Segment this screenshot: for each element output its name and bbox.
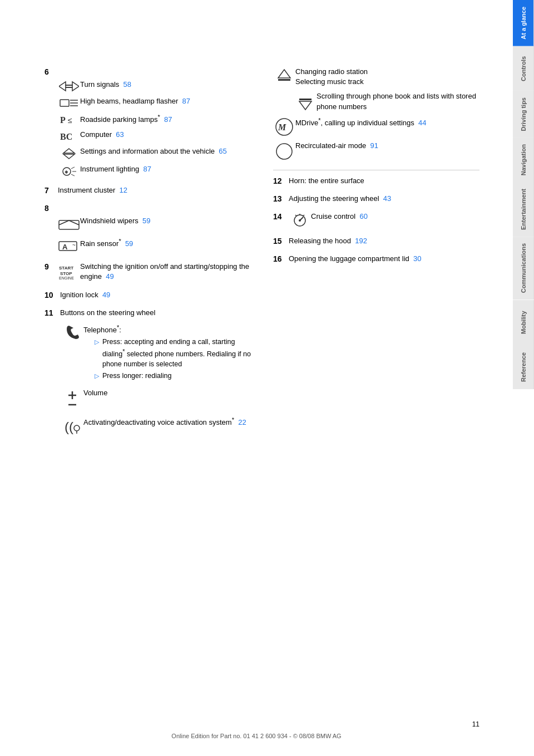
settings-icon: [58, 146, 80, 160]
item-9-text: Switching the ignition on/off and starti…: [80, 262, 251, 282]
item-7-section: 7 Instrument cluster 12: [44, 185, 251, 195]
instrument-lighting-icon: ✱: [58, 164, 80, 178]
item-14-row: 14 Cruise contr: [273, 212, 479, 228]
svg-text:ENGINE: ENGINE: [59, 276, 74, 279]
left-column: 6 Turn signals 58: [44, 67, 251, 443]
computer-row: BC Computer 63: [58, 130, 251, 142]
item-11-section: 11 Buttons on the steering wheel: [44, 308, 251, 435]
svg-marker-31: [278, 70, 290, 78]
sidebar-tab-mobility[interactable]: Mobility: [513, 300, 534, 345]
radio-station-icon: [273, 67, 295, 87]
item-8-subitems: Windshield wipers 59 A ~: [58, 216, 251, 254]
svg-line-40: [303, 215, 304, 216]
item-15-section: 15 Releasing the hood 192: [273, 236, 479, 246]
item-8-section: 8: [44, 203, 251, 254]
sidebar-tab-reference[interactable]: Reference: [513, 345, 534, 389]
right-top-icons: Changing radio station Selecting music t…: [273, 67, 479, 161]
svg-text:M: M: [278, 122, 286, 132]
svg-line-17: [59, 220, 69, 225]
turn-signals-text: Turn signals 58: [80, 80, 251, 90]
telephone-icon: [61, 323, 83, 341]
turn-signal-icon: [58, 80, 80, 92]
svg-text:STOP: STOP: [60, 271, 72, 276]
sidebar-tab-communications[interactable]: Communications: [513, 237, 534, 300]
page-container: 6 Turn signals 58: [0, 0, 534, 756]
item-16-section: 16 Opening the luggage compartment lid 3…: [273, 254, 479, 264]
volume-icon: [61, 388, 83, 411]
item-10-section: 10 Ignition lock 49: [44, 290, 251, 300]
item-6-subitems: Turn signals 58: [58, 80, 251, 178]
svg-point-37: [276, 144, 292, 159]
rain-sensor-row: A ~ Rain sensor* 59: [58, 237, 251, 254]
svg-point-43: [299, 219, 301, 222]
item-13-text: Adjusting the steering wheel 43: [289, 194, 479, 204]
item-12-row: 12 Horn: the entire surface: [273, 176, 479, 186]
item-11-subitems: Telephone*: ▷ Press: accepting and endin…: [61, 323, 251, 435]
main-content: 6 Turn signals 58: [0, 0, 513, 756]
item-7-row: 7 Instrument cluster 12: [44, 185, 251, 195]
telephone-bullet-2: ▷ Press longer: redialing: [95, 371, 251, 381]
windshield-wiper-icon: [58, 216, 80, 233]
phone-book-icon: [294, 91, 317, 111]
item-10-number: 10: [44, 290, 58, 300]
svg-text:A: A: [62, 243, 68, 251]
item-10-text: Ignition lock 49: [60, 290, 251, 300]
item-16-number: 16: [273, 254, 286, 263]
item-6-number: 6: [44, 67, 56, 76]
item-7-number: 7: [44, 185, 56, 195]
start-stop-icon: START STOP ENGINE: [58, 262, 80, 279]
item-13-row: 13 Adjusting the steering wheel 43: [273, 194, 479, 204]
settings-row: Settings and information about the vehic…: [58, 146, 251, 160]
svg-text:START: START: [59, 266, 73, 271]
phone-book-text: Scrolling through phone book and lists w…: [317, 91, 479, 111]
mdrive-text: MDrive*, calling up individual settings …: [295, 116, 479, 129]
svg-rect-16: [59, 220, 79, 229]
svg-marker-9: [63, 149, 75, 153]
sidebar-tab-entertainment[interactable]: Entertainment: [513, 182, 534, 237]
telephone-bullets: ▷ Press: accepting and ending a call, st…: [95, 337, 251, 381]
turn-signals-row: Turn signals 58: [58, 80, 251, 92]
rain-sensor-text: Rain sensor* 59: [80, 237, 251, 249]
page-number: 11: [472, 720, 479, 728]
item-13-section: 13 Adjusting the steering wheel 43: [273, 194, 479, 204]
voice-text: Activating/deactivating voice activation…: [83, 416, 251, 428]
item-11-text: Buttons on the steering wheel: [60, 308, 251, 318]
svg-text:P: P: [60, 115, 66, 125]
sidebar-tab-driving-tips[interactable]: Driving tips: [513, 91, 534, 138]
telephone-text: Telephone*: ▷ Press: accepting and endin…: [83, 323, 251, 384]
highbeam-icon: [58, 96, 80, 109]
parking-lamps-row: P ≤ Roadside parking lamps* 87: [58, 113, 251, 125]
svg-line-15: [71, 174, 75, 176]
item-9-number: 9: [44, 262, 56, 271]
sidebar-tab-navigation[interactable]: Navigation: [513, 138, 534, 182]
item-11-number: 11: [44, 308, 58, 317]
radio-station-text: Changing radio station Selecting music t…: [295, 67, 479, 87]
item-6-header: 6: [44, 67, 251, 76]
svg-rect-32: [278, 79, 290, 81]
telephone-row: Telephone*: ▷ Press: accepting and endin…: [61, 323, 251, 384]
item-9-row: 9 START STOP ENGINE Switching the igniti…: [44, 262, 251, 282]
instrument-lighting-text: Instrument lighting 87: [80, 164, 251, 174]
svg-point-29: [74, 425, 80, 431]
svg-line-18: [69, 220, 79, 225]
parking-lamps-icon: P ≤: [58, 113, 80, 125]
item-12-number: 12: [273, 176, 286, 185]
svg-rect-34: [299, 99, 312, 100]
radio-station-row: Changing radio station Selecting music t…: [273, 67, 479, 87]
item-7-text: Instrument cluster 12: [58, 185, 251, 195]
computer-text: Computer 63: [80, 130, 251, 140]
computer-icon: BC: [58, 130, 80, 142]
highbeam-text: High beams, headlamp flasher 87: [80, 96, 251, 106]
recirculate-row: Recirculated-air mode 91: [273, 141, 479, 161]
windshield-wipers-row: Windshield wipers 59: [58, 216, 251, 233]
svg-text:≤: ≤: [68, 116, 72, 125]
svg-text:((: ((: [65, 419, 73, 434]
volume-text: Volume: [83, 388, 251, 398]
sidebar-tab-at-a-glance[interactable]: At a glance: [513, 0, 534, 46]
phone-book-row: Scrolling through phone book and lists w…: [294, 91, 479, 111]
sidebar-tab-controls[interactable]: Controls: [513, 46, 534, 91]
cruise-control-icon: [289, 212, 311, 228]
mdrive-row: M MDrive*, calling up individual setting…: [273, 116, 479, 136]
rain-sensor-icon: A ~: [58, 237, 80, 254]
right-sidebar: At a glance Controls Driving tips Naviga…: [513, 0, 534, 756]
